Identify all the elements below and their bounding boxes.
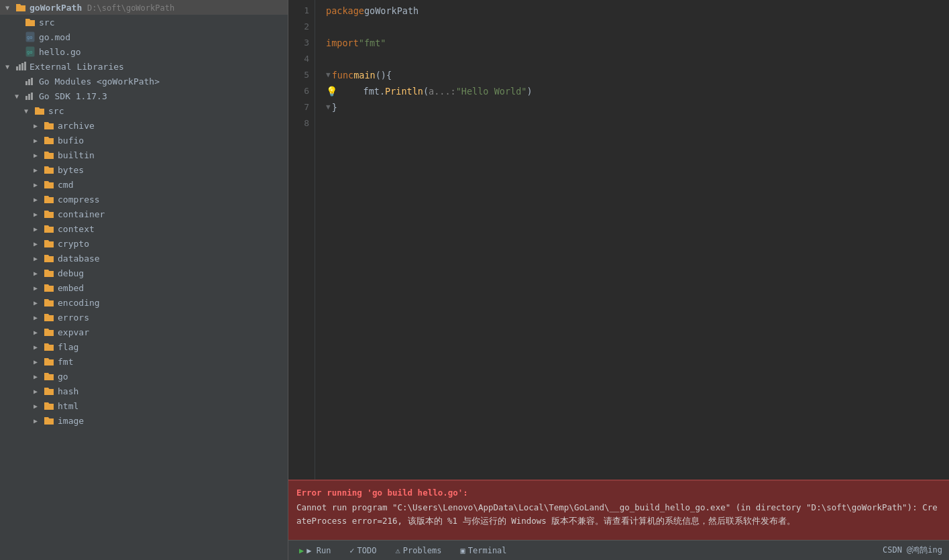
arrow-ext-libs: ▼ xyxy=(5,63,15,70)
tree-item-compress[interactable]: ▶ compress xyxy=(0,192,288,207)
code-line-8 xyxy=(326,115,949,131)
tree-item-go[interactable]: ▶ go xyxy=(0,369,288,384)
folder-icon-hash xyxy=(43,385,55,397)
label-embed: embed xyxy=(58,283,84,293)
label-bytes: bytes xyxy=(58,165,84,175)
todo-label: TODO xyxy=(357,546,377,555)
label-container: container xyxy=(58,209,105,219)
arrow-html: ▶ xyxy=(34,402,43,410)
code-line-3: import "fmt" xyxy=(326,35,949,51)
paren-close: ) xyxy=(526,83,532,99)
folder-icon-builtin xyxy=(43,149,55,161)
todo-button[interactable]: ✓ TODO xyxy=(345,545,380,557)
func-name-main: main xyxy=(353,67,376,83)
arrow-sdk-src: ▼ xyxy=(24,107,34,115)
arrow-cmd: ▶ xyxy=(34,181,43,188)
arrow-goworkpath: ▼ xyxy=(5,4,15,11)
paren-open: ( xyxy=(423,83,429,99)
import-string: "fmt" xyxy=(359,35,386,51)
label-image: image xyxy=(58,416,84,426)
label-hash: hash xyxy=(58,386,78,396)
bottom-bar: ▶ ▶ Run ✓ TODO ⚠ Problems ▣ Terminal CSD… xyxy=(288,540,949,560)
svg-text:go: go xyxy=(27,35,32,40)
error-title: Error running 'go build hello.go': xyxy=(296,486,941,500)
tree-item-go-mod[interactable]: go go.mod xyxy=(0,30,288,44)
tree-item-crypto[interactable]: ▶ crypto xyxy=(0,236,288,251)
tree-item-go-modules[interactable]: Go Modules <goWorkPath> xyxy=(0,74,288,89)
error-body: Cannot run program "C:\Users\Lenovo\AppD… xyxy=(296,501,941,528)
library-icon-modules xyxy=(24,75,36,87)
tree-item-archive[interactable]: ▶ archive xyxy=(0,118,288,133)
tree-item-context[interactable]: ▶ context xyxy=(0,221,288,236)
problems-button[interactable]: ⚠ Problems xyxy=(392,545,446,557)
svg-text:go: go xyxy=(27,50,32,55)
label-fmt: fmt xyxy=(58,357,73,367)
pkg-fmt: fmt xyxy=(364,83,380,99)
folder-icon-go xyxy=(43,370,55,382)
label-archive: archive xyxy=(58,121,95,131)
arrow-bytes: ▶ xyxy=(34,166,43,174)
code-content[interactable]: package goWorkPath import "fmt" ▼func ma… xyxy=(315,0,949,480)
fold-icon-7: ▼ xyxy=(326,99,331,115)
tree-item-flag[interactable]: ▶ flag xyxy=(0,339,288,354)
tree-item-container[interactable]: ▶ container xyxy=(0,207,288,221)
arrow-bufio: ▶ xyxy=(34,137,43,144)
tree-item-bufio[interactable]: ▶ bufio xyxy=(0,133,288,148)
tree-item-database[interactable]: ▶ database xyxy=(0,251,288,266)
problems-icon: ⚠ xyxy=(396,546,400,555)
run-label: ▶ Run xyxy=(306,546,331,555)
svg-rect-4 xyxy=(16,66,18,70)
code-line-7: ▼} xyxy=(326,99,949,115)
tree-item-src-root[interactable]: src xyxy=(0,15,288,30)
svg-rect-5 xyxy=(19,64,21,70)
label-bufio: bufio xyxy=(58,135,84,146)
folder-icon-embed xyxy=(43,282,55,294)
tree-item-builtin[interactable]: ▶ builtin xyxy=(0,148,288,162)
tree-item-expvar[interactable]: ▶ expvar xyxy=(0,325,288,339)
svg-rect-13 xyxy=(31,93,33,100)
folder-icon-database xyxy=(43,252,55,264)
tree-item-bytes[interactable]: ▶ bytes xyxy=(0,162,288,177)
terminal-button[interactable]: ▣ Terminal xyxy=(457,545,511,557)
label-flag: flag xyxy=(58,342,78,352)
arrow-debug: ▶ xyxy=(34,270,43,277)
folder-icon-sdk-src xyxy=(34,105,46,117)
library-icon-sdk xyxy=(24,90,36,102)
tree-item-image[interactable]: ▶ image xyxy=(0,413,288,428)
arrow-crypto: ▶ xyxy=(34,240,43,247)
label-crypto: crypto xyxy=(58,239,89,249)
folder-icon-archive xyxy=(43,119,55,131)
tree-item-cmd[interactable]: ▶ cmd xyxy=(0,177,288,192)
folder-icon-bytes xyxy=(43,164,55,176)
package-name: goWorkPath xyxy=(364,3,418,19)
tree-item-ext-libs[interactable]: ▼ External Libraries xyxy=(0,59,288,74)
tree-item-embed[interactable]: ▶ embed xyxy=(0,280,288,295)
svg-rect-7 xyxy=(24,62,26,70)
keyword-package: package xyxy=(326,3,364,19)
tree-item-hash[interactable]: ▶ hash xyxy=(0,384,288,398)
tree-item-html[interactable]: ▶ html xyxy=(0,398,288,413)
tree-item-debug[interactable]: ▶ debug xyxy=(0,266,288,280)
label-encoding: encoding xyxy=(58,298,100,308)
tree-item-goworkpath[interactable]: ▼ goWorkPath D:\soft\goWorkPath xyxy=(0,0,288,15)
code-line-5: ▼func main(){ xyxy=(326,67,949,83)
tree-item-errors[interactable]: ▶ errors xyxy=(0,310,288,325)
folder-icon-compress xyxy=(43,193,55,205)
arrow-compress: ▶ xyxy=(34,196,43,203)
tree-item-fmt[interactable]: ▶ fmt xyxy=(0,354,288,369)
arrow-go-sdk: ▼ xyxy=(15,93,24,100)
label-sdk-src: src xyxy=(48,106,64,116)
tree-item-encoding[interactable]: ▶ encoding xyxy=(0,295,288,310)
run-button[interactable]: ▶ ▶ Run xyxy=(295,545,335,557)
svg-rect-10 xyxy=(31,78,33,85)
file-icon-go-mod: go xyxy=(24,31,36,43)
label-go-modules: Go Modules <goWorkPath> xyxy=(39,76,160,87)
folder-icon-image xyxy=(43,414,55,427)
tree-item-hello-go[interactable]: go hello.go xyxy=(0,44,288,59)
svg-rect-12 xyxy=(28,94,30,100)
arrow-encoding: ▶ xyxy=(34,299,43,306)
tree-item-go-sdk[interactable]: ▼ Go SDK 1.17.3 xyxy=(0,89,288,103)
dot-1: . xyxy=(380,83,385,99)
indent-space xyxy=(341,83,364,99)
tree-item-sdk-src[interactable]: ▼ src xyxy=(0,103,288,118)
